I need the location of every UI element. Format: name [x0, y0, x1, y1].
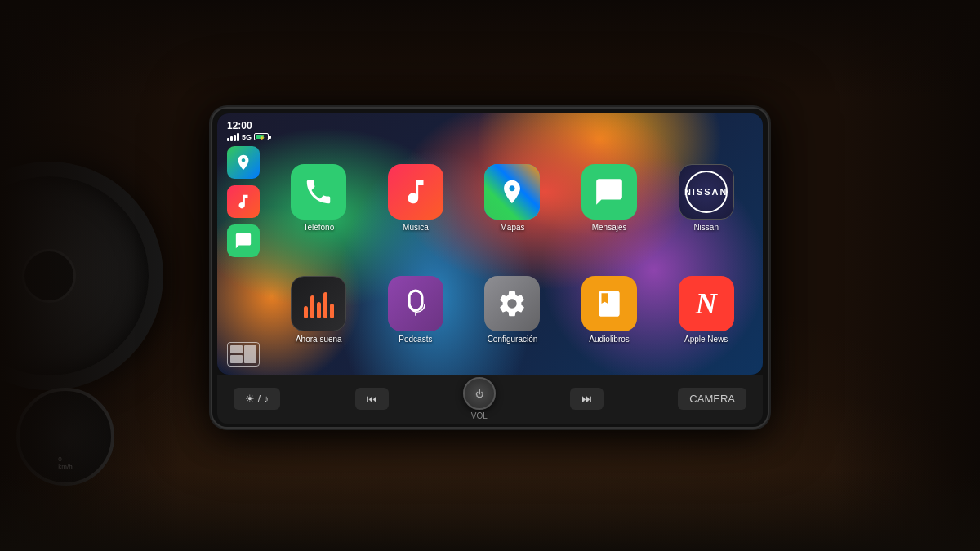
brightness-music-button[interactable]: ☀ / ♪ [234, 388, 280, 410]
sidebar-icons [227, 146, 263, 367]
dash-top-gradient [0, 0, 980, 98]
app-label-phone: Teléfono [303, 223, 334, 232]
app-icon-messages [581, 164, 637, 220]
app-icon-nowplaying [291, 276, 346, 331]
camera-button[interactable]: CAMERA [678, 388, 746, 410]
app-icon-nissan: NISSAN [679, 164, 734, 220]
app-item-settings[interactable]: Configuración [468, 258, 557, 362]
app-item-podcasts[interactable]: Podcasts [372, 258, 461, 362]
app-label-maps: Mapas [500, 223, 524, 232]
screen-container: 12:00 5G [212, 109, 768, 427]
app-grid: Teléfono Música [270, 142, 755, 367]
app-label-audiobooks: Audiolibros [589, 335, 629, 344]
app-item-audiobooks[interactable]: Audiolibros [565, 258, 654, 362]
app-label-settings: Configuración [488, 335, 538, 344]
status-bar: 12:00 5G [227, 120, 753, 141]
view-toggle[interactable] [227, 342, 263, 367]
app-icon-maps [484, 164, 540, 220]
app-label-music: Música [403, 223, 429, 232]
network-type: 5G [242, 133, 252, 141]
app-icon-applenews: N [679, 276, 734, 331]
app-label-nissan: Nissan [693, 223, 719, 232]
app-icon-audiobooks [581, 276, 637, 331]
carplay-screen[interactable]: 12:00 5G [217, 113, 763, 375]
app-icon-settings [484, 276, 540, 331]
app-icon-music [388, 164, 443, 220]
sidebar-item-maps[interactable] [227, 146, 260, 179]
app-label-podcasts: Podcasts [399, 335, 432, 344]
dash-bottom-gradient [0, 469, 980, 551]
next-track-button[interactable]: ⏭ [570, 388, 604, 410]
app-label-applenews: Apple News [684, 335, 728, 344]
sidebar-item-music[interactable] [227, 185, 260, 218]
sidebar-item-messages[interactable] [227, 224, 260, 257]
app-icon-phone [291, 164, 346, 220]
app-icon-podcasts [388, 276, 443, 331]
status-time: 12:00 [227, 120, 271, 131]
app-item-applenews[interactable]: N Apple News [662, 258, 751, 362]
app-item-nissan[interactable]: NISSAN Nissan [662, 146, 751, 251]
vol-label: VOL [471, 411, 488, 420]
power-icon: ⏻ [475, 389, 483, 398]
battery-icon: ⚡ [254, 133, 271, 140]
infotainment-unit: 12:00 5G [212, 125, 768, 427]
hardware-controls: ☀ / ♪ ⏮ ⏻ VOL ⏭ CAMERA [217, 375, 763, 424]
app-item-maps[interactable]: Mapas [468, 146, 557, 251]
app-item-nowplaying[interactable]: Ahora suena [274, 258, 363, 362]
next-track-icon: ⏭ [581, 393, 592, 405]
app-label-messages: Mensajes [592, 223, 627, 232]
app-item-phone[interactable]: Teléfono [274, 146, 363, 251]
app-item-messages[interactable]: Mensajes [565, 146, 654, 251]
prev-track-icon: ⏮ [367, 393, 377, 405]
prev-track-button[interactable]: ⏮ [355, 388, 389, 410]
car-interior: 0km/h 12:00 [0, 0, 980, 551]
camera-label: CAMERA [689, 393, 735, 405]
volume-knob[interactable]: ⏻ [463, 377, 496, 410]
vol-knob-group: ⏻ VOL [463, 377, 496, 420]
app-item-music[interactable]: Música [372, 146, 461, 251]
brightness-music-label: ☀ / ♪ [245, 393, 269, 405]
signal-icon [227, 133, 239, 141]
app-label-nowplaying: Ahora suena [296, 335, 342, 344]
